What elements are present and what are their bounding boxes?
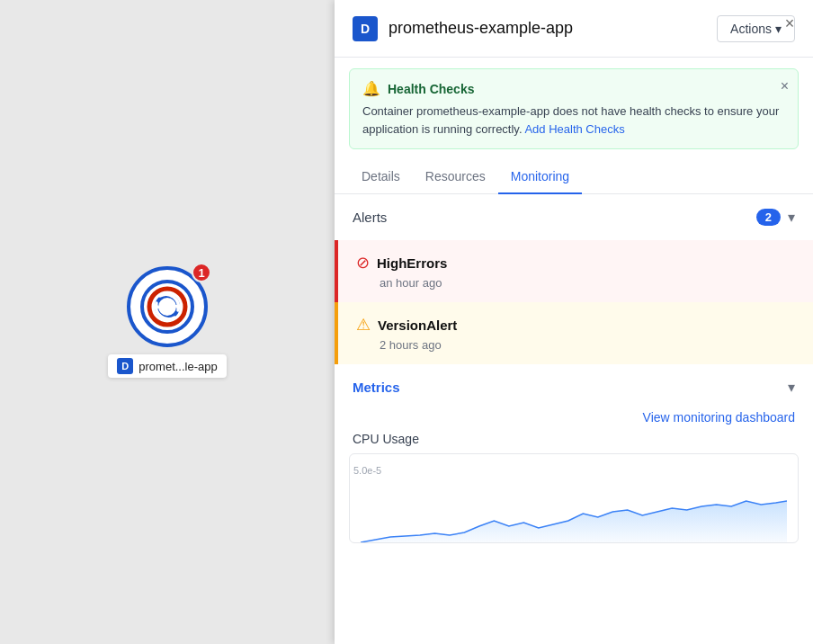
health-banner-text: Container prometheus-example-app does no…	[362, 103, 785, 138]
view-monitoring-dashboard-link[interactable]: View monitoring dashboard	[335, 410, 813, 432]
alerts-right: 2 ▾	[756, 209, 795, 226]
app-label-avatar: D	[117, 358, 133, 374]
cpu-usage-title: CPU Usage	[349, 432, 799, 446]
alert-name-row-warning: ⚠ VersionAlert	[356, 315, 795, 335]
alert-count-badge: 2	[756, 209, 781, 226]
warning-icon: ⚠	[356, 315, 371, 335]
panel-header: D prometheus-example-app Actions ▾	[335, 0, 813, 58]
app-title: prometheus-example-app	[389, 19, 706, 38]
alert-item-high-errors[interactable]: ⊘ HighErrors an hour ago	[335, 240, 813, 302]
close-button[interactable]: ×	[779, 13, 800, 34]
health-bell-icon: 🔔	[362, 80, 380, 97]
svg-marker-4	[153, 303, 160, 309]
sync-icon	[140, 280, 194, 334]
chart-y-label: 5.0e-5	[353, 465, 381, 476]
header-avatar: D	[353, 16, 378, 41]
cpu-usage-chart	[361, 481, 787, 543]
app-label-text: promet...le-app	[138, 360, 217, 373]
actions-label: Actions	[730, 22, 772, 36]
alert-name-row-high: ⊘ HighErrors	[356, 253, 795, 273]
cpu-chart-container: 5.0e-5	[349, 453, 799, 543]
metrics-chevron-icon[interactable]: ▾	[788, 379, 795, 396]
alerts-title: Alerts	[353, 210, 387, 225]
alert-time-warning: 2 hours ago	[356, 338, 795, 352]
tab-monitoring[interactable]: Monitoring	[498, 160, 582, 194]
alert-time-high: an hour ago	[356, 276, 795, 290]
alert-badge: 1	[192, 263, 211, 282]
app-icon-container: 1 D promet...le-app	[108, 266, 226, 378]
tab-resources[interactable]: Resources	[413, 160, 498, 194]
error-icon: ⊘	[356, 253, 370, 273]
svg-marker-3	[174, 305, 182, 310]
panel-content: Alerts 2 ▾ ⊘ HighErrors an hour ago ⚠ Ve…	[335, 194, 813, 644]
health-banner-title: Health Checks	[388, 82, 474, 96]
health-banner: 🔔 Health Checks × Container prometheus-e…	[349, 68, 799, 149]
add-health-checks-link[interactable]: Add Health Checks	[524, 122, 624, 136]
health-banner-header: 🔔 Health Checks	[362, 80, 785, 97]
tabs-row: Details Resources Monitoring	[335, 160, 813, 194]
alerts-header: Alerts 2 ▾	[335, 194, 813, 240]
app-icon-wrapper: 1	[127, 266, 208, 347]
alert-name-warning: VersionAlert	[378, 318, 457, 333]
health-banner-close-button[interactable]: ×	[781, 78, 789, 94]
alert-name-high: HighErrors	[377, 255, 447, 271]
alerts-chevron-icon[interactable]: ▾	[788, 209, 795, 226]
chart-section: CPU Usage 5.0e-5	[335, 432, 813, 558]
tab-details[interactable]: Details	[349, 160, 413, 194]
metrics-header: Metrics ▾	[335, 364, 813, 410]
right-panel: × D prometheus-example-app Actions ▾ 🔔 H…	[335, 0, 813, 644]
app-label-row[interactable]: D promet...le-app	[108, 354, 226, 378]
alert-item-version-alert[interactable]: ⚠ VersionAlert 2 hours ago	[335, 302, 813, 364]
metrics-title: Metrics	[353, 380, 400, 395]
left-panel: 1 D promet...le-app	[0, 0, 335, 644]
